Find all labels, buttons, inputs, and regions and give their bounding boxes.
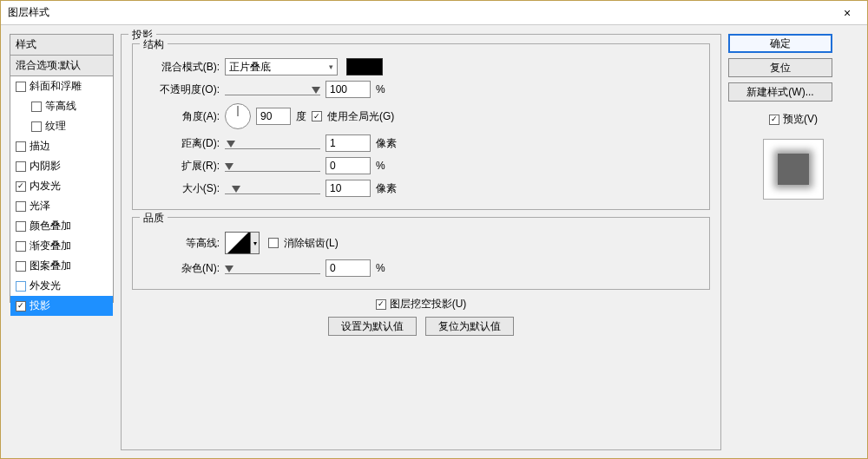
style-item-label: 纹理 bbox=[45, 119, 66, 134]
style-item-checkbox[interactable] bbox=[16, 161, 26, 172]
noise-unit: % bbox=[376, 262, 402, 274]
reset-default-button[interactable]: 复位为默认值 bbox=[425, 317, 514, 336]
style-item-label: 等高线 bbox=[45, 99, 76, 114]
style-item-label: 渐变叠加 bbox=[30, 239, 71, 253]
cancel-button[interactable]: 复位 bbox=[728, 58, 832, 77]
styles-header[interactable]: 样式 bbox=[10, 35, 113, 56]
effect-settings-panel: 投影 结构 混合模式(B): 正片叠底 ▾ 不透明度(O): bbox=[121, 34, 721, 449]
contour-picker[interactable] bbox=[225, 232, 251, 254]
style-item-label: 光泽 bbox=[30, 199, 50, 213]
style-item[interactable]: 内发光 bbox=[10, 176, 113, 196]
quality-group: 品质 等高线: ▾ 消除锯齿(L) 杂色(N): 0 bbox=[132, 217, 710, 290]
antialias-label: 消除锯齿(L) bbox=[284, 236, 339, 251]
structure-group: 结构 混合模式(B): 正片叠底 ▾ 不透明度(O): 100 % bbox=[132, 43, 710, 210]
shadow-color-swatch[interactable] bbox=[346, 58, 383, 75]
preview-checkbox[interactable] bbox=[769, 115, 779, 125]
blend-defaults-item[interactable]: 混合选项:默认 bbox=[10, 56, 113, 76]
style-item-label: 颜色叠加 bbox=[30, 219, 71, 233]
close-icon[interactable]: × bbox=[834, 6, 860, 20]
style-item-checkbox[interactable] bbox=[31, 102, 42, 112]
opacity-unit: % bbox=[376, 83, 402, 95]
distance-label: 距离(D): bbox=[143, 136, 220, 151]
style-item-checkbox[interactable] bbox=[16, 221, 26, 232]
antialias-checkbox[interactable] bbox=[268, 238, 279, 248]
style-item-label: 投影 bbox=[30, 298, 50, 313]
style-item[interactable]: 描边 bbox=[10, 136, 113, 156]
spread-input[interactable]: 0 bbox=[326, 157, 371, 174]
structure-legend: 结构 bbox=[140, 37, 168, 52]
noise-input[interactable]: 0 bbox=[326, 259, 371, 277]
styles-panel: 样式 混合选项:默认 斜面和浮雕等高线纹理描边内阴影内发光光泽颜色叠加渐变叠加图… bbox=[10, 34, 114, 449]
style-item-label: 描边 bbox=[30, 139, 50, 154]
ok-button[interactable]: 确定 bbox=[728, 34, 832, 53]
knockout-checkbox[interactable] bbox=[376, 299, 386, 310]
style-item[interactable]: 内阴影 bbox=[10, 156, 113, 176]
style-item[interactable]: 颜色叠加 bbox=[10, 216, 113, 236]
style-item-label: 内发光 bbox=[30, 179, 61, 193]
style-item-label: 内阴影 bbox=[30, 159, 61, 174]
global-light-checkbox[interactable] bbox=[312, 111, 322, 121]
window-title: 图层样式 bbox=[8, 5, 834, 20]
size-label: 大小(S): bbox=[143, 181, 220, 196]
distance-unit: 像素 bbox=[376, 136, 402, 151]
preview-label: 预览(V) bbox=[783, 112, 818, 127]
noise-label: 杂色(N): bbox=[143, 261, 220, 276]
style-item[interactable]: 图案叠加 bbox=[10, 256, 113, 276]
make-default-button[interactable]: 设置为默认值 bbox=[328, 317, 417, 336]
size-input[interactable]: 10 bbox=[326, 180, 371, 197]
style-item-checkbox[interactable] bbox=[31, 121, 42, 132]
blend-mode-value: 正片叠底 bbox=[229, 60, 271, 75]
global-light-label: 使用全局光(G) bbox=[327, 109, 394, 124]
chevron-down-icon: ▾ bbox=[329, 62, 333, 71]
blend-mode-label: 混合模式(B): bbox=[143, 60, 220, 75]
style-item-label: 斜面和浮雕 bbox=[30, 79, 82, 94]
style-item-checkbox[interactable] bbox=[16, 201, 26, 212]
style-item-checkbox[interactable] bbox=[16, 82, 26, 92]
opacity-label: 不透明度(O): bbox=[143, 82, 220, 97]
angle-unit: 度 bbox=[296, 109, 306, 124]
new-style-button[interactable]: 新建样式(W)... bbox=[728, 82, 832, 102]
spread-unit: % bbox=[376, 160, 402, 172]
style-item-checkbox[interactable] bbox=[16, 181, 26, 192]
contour-dropdown-icon[interactable]: ▾ bbox=[251, 232, 260, 254]
preview-swatch bbox=[778, 154, 809, 185]
effect-outer-group: 投影 结构 混合模式(B): 正片叠底 ▾ 不透明度(O): bbox=[121, 34, 721, 450]
styles-list: 样式 混合选项:默认 斜面和浮雕等高线纹理描边内阴影内发光光泽颜色叠加渐变叠加图… bbox=[10, 34, 114, 303]
distance-slider[interactable] bbox=[225, 137, 320, 149]
noise-slider[interactable] bbox=[225, 262, 320, 274]
size-unit: 像素 bbox=[376, 181, 402, 196]
style-item-label: 外发光 bbox=[30, 279, 61, 293]
layer-style-dialog: 图层样式 × 样式 混合选项:默认 斜面和浮雕等高线纹理描边内阴影内发光光泽颜色… bbox=[0, 0, 868, 459]
style-item[interactable]: 斜面和浮雕 bbox=[10, 76, 113, 96]
spread-slider[interactable] bbox=[225, 160, 320, 172]
distance-input[interactable]: 1 bbox=[326, 134, 371, 152]
angle-label: 角度(A): bbox=[143, 109, 220, 124]
angle-input[interactable]: 90 bbox=[256, 108, 291, 125]
knockout-label: 图层挖空投影(U) bbox=[390, 297, 467, 311]
size-slider[interactable] bbox=[225, 182, 320, 194]
style-item-checkbox[interactable] bbox=[16, 241, 26, 252]
style-item[interactable]: 等高线 bbox=[10, 96, 113, 116]
style-item-label: 图案叠加 bbox=[30, 259, 71, 273]
style-item[interactable]: 纹理 bbox=[10, 116, 113, 136]
titlebar: 图层样式 × bbox=[1, 1, 867, 25]
action-panel: 确定 复位 新建样式(W)... 预览(V) bbox=[728, 34, 858, 449]
style-item[interactable]: 光泽 bbox=[10, 196, 113, 216]
opacity-input[interactable]: 100 bbox=[326, 81, 371, 98]
style-item[interactable]: 外发光 bbox=[10, 276, 113, 296]
angle-dial[interactable] bbox=[225, 103, 251, 129]
contour-label: 等高线: bbox=[143, 236, 220, 251]
style-item[interactable]: 渐变叠加 bbox=[10, 236, 113, 256]
style-item[interactable]: 投影 bbox=[10, 296, 113, 316]
style-item-checkbox[interactable] bbox=[16, 301, 26, 311]
quality-legend: 品质 bbox=[140, 211, 168, 226]
spread-label: 扩展(R): bbox=[143, 159, 220, 174]
opacity-slider[interactable] bbox=[225, 83, 320, 95]
preview-box bbox=[763, 139, 824, 200]
blend-mode-select[interactable]: 正片叠底 ▾ bbox=[225, 58, 338, 75]
style-item-checkbox[interactable] bbox=[16, 281, 26, 292]
style-item-checkbox[interactable] bbox=[16, 261, 26, 272]
style-item-checkbox[interactable] bbox=[16, 141, 26, 152]
